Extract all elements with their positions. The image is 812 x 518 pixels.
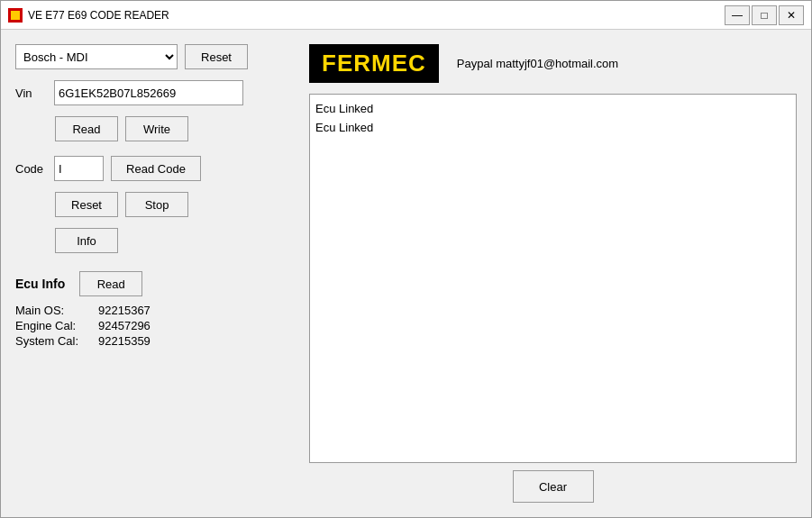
info-row: Info (55, 228, 295, 253)
ecu-info-section: Ecu Info Read Main OS: 92215367 Engine C… (15, 271, 295, 350)
code-label: Code (15, 162, 47, 176)
maximize-button[interactable]: □ (752, 5, 777, 25)
ecu-info-title: Ecu Info (15, 277, 65, 291)
read-vin-button[interactable]: Read (55, 116, 118, 141)
main-os-label: Main OS: (15, 304, 87, 317)
main-os-row: Main OS: 92215367 (15, 304, 295, 317)
write-vin-button[interactable]: Write (125, 116, 188, 141)
dropdown-row: Bosch - MDI Reset (15, 44, 295, 69)
app-icon (8, 8, 23, 23)
engine-cal-row: Engine Cal: 92457296 (15, 319, 295, 332)
window-title: VE E77 E69 CODE READER (28, 9, 169, 22)
read-code-button[interactable]: Read Code (111, 156, 201, 181)
main-window: VE E77 E69 CODE READER — □ ✕ Bosch - MDI… (0, 0, 812, 518)
system-cal-label: System Cal: (15, 334, 87, 348)
output-area: Ecu LinkedEcu Linked (309, 94, 797, 463)
vin-buttons: Read Write (55, 116, 295, 141)
vin-row: Vin (15, 80, 295, 105)
clear-row: Clear (309, 470, 797, 503)
main-os-value: 92215367 (98, 304, 151, 317)
engine-cal-label: Engine Cal: (15, 319, 87, 332)
left-panel: Bosch - MDI Reset Vin Read Write Code Re… (15, 44, 295, 503)
close-button[interactable]: ✕ (779, 5, 804, 25)
fermec-brand-text: FERMEC (322, 50, 426, 77)
system-cal-value: 92215359 (98, 334, 151, 348)
ecu-info-header: Ecu Info Read (15, 271, 295, 296)
minimize-button[interactable]: — (725, 5, 750, 25)
reset-stop-row: Reset Stop (55, 192, 295, 217)
window-controls: — □ ✕ (725, 5, 804, 25)
vin-label: Vin (15, 86, 47, 100)
reset-code-button[interactable]: Reset (55, 192, 118, 217)
vin-input[interactable] (54, 80, 243, 105)
output-line: Ecu Linked (315, 119, 790, 138)
code-row: Code Read Code (15, 156, 295, 181)
main-content: Bosch - MDI Reset Vin Read Write Code Re… (1, 30, 811, 517)
brand-area: FERMEC Paypal mattyjf01@hotmail.com (309, 44, 797, 83)
output-line: Ecu Linked (315, 100, 790, 119)
engine-cal-value: 92457296 (98, 319, 151, 332)
stop-button[interactable]: Stop (125, 192, 188, 217)
paypal-text: Paypal mattyjf01@hotmail.com (457, 57, 618, 70)
protocol-dropdown[interactable]: Bosch - MDI (15, 44, 178, 69)
ecu-read-button[interactable]: Read (79, 271, 142, 296)
code-input[interactable] (54, 156, 104, 181)
title-bar: VE E77 E69 CODE READER — □ ✕ (1, 1, 811, 30)
clear-button[interactable]: Clear (513, 470, 594, 503)
reset-top-button[interactable]: Reset (185, 44, 248, 69)
right-panel: FERMEC Paypal mattyjf01@hotmail.com Ecu … (309, 44, 797, 503)
title-bar-left: VE E77 E69 CODE READER (8, 8, 169, 23)
fermec-logo: FERMEC (309, 44, 439, 83)
info-button[interactable]: Info (55, 228, 118, 253)
system-cal-row: System Cal: 92215359 (15, 334, 295, 348)
